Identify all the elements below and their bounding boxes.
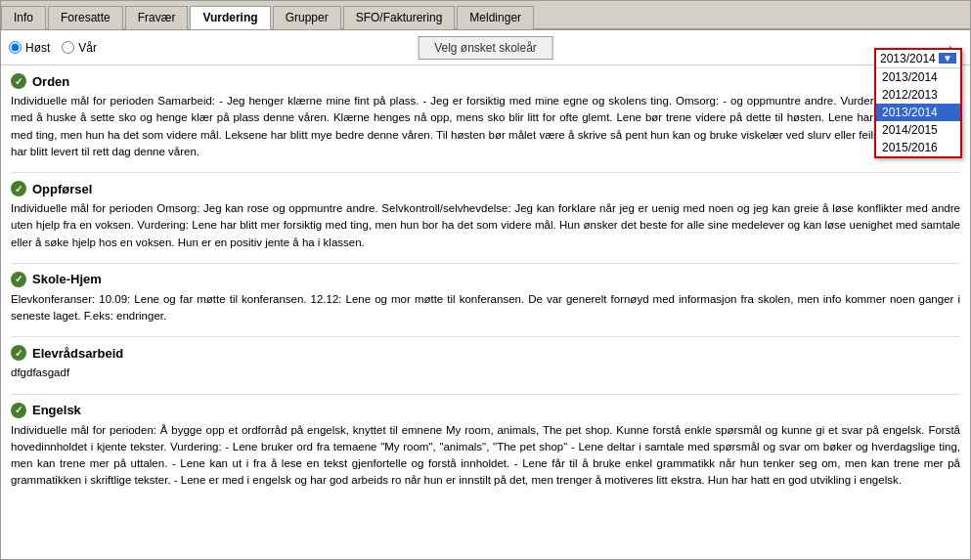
section-engelsk-text: Individuelle mål for perioden: Å bygge o… bbox=[11, 422, 960, 490]
vurdering-content: Høst Vår Velg ønsket skoleår → 2013/2014… bbox=[1, 30, 970, 559]
divider-4 bbox=[11, 394, 960, 395]
section-skole-hjem-title: ✓ Skole-Hjem bbox=[11, 272, 960, 287]
tab-meldinger[interactable]: Meldinger bbox=[457, 6, 534, 29]
check-icon-skole-hjem: ✓ bbox=[11, 272, 26, 287]
divider-1 bbox=[11, 172, 960, 173]
dropdown-option-2014-2015[interactable]: 2014/2015 bbox=[876, 121, 960, 139]
section-engelsk: ✓ Engelsk Individuelle mål for perioden:… bbox=[11, 403, 960, 490]
school-year-prompt: Velg ønsket skoleår bbox=[418, 36, 553, 60]
section-oppforsel: ✓ Oppførsel Individuelle mål for periode… bbox=[11, 181, 960, 251]
top-bar: Høst Vår Velg ønsket skoleår → 2013/2014… bbox=[1, 30, 970, 65]
dropdown-header[interactable]: 2013/2014 ▼ bbox=[876, 50, 960, 68]
var-radio[interactable] bbox=[62, 41, 74, 54]
chevron-down-icon: ▼ bbox=[939, 53, 956, 64]
tab-bar: Info Foresatte Fravær Vurdering Grupper … bbox=[1, 1, 970, 30]
section-elevradsarbeid-text: dfgdfasgadf bbox=[11, 365, 960, 381]
check-icon-orden: ✓ bbox=[11, 73, 26, 89]
content-area[interactable]: ✓ Orden Individuelle mål for perioden Sa… bbox=[1, 65, 970, 559]
check-icon-engelsk: ✓ bbox=[11, 403, 26, 418]
section-orden-title: ✓ Orden bbox=[11, 73, 960, 89]
section-elevradsarbeid: ✓ Elevrådsarbeid dfgdfasgadf bbox=[11, 345, 960, 381]
divider-2 bbox=[11, 263, 960, 264]
host-radio[interactable] bbox=[9, 41, 22, 54]
semester-radio-group: Høst Vår bbox=[9, 41, 97, 55]
tab-sfo-fakturering[interactable]: SFO/Fakturering bbox=[343, 6, 456, 29]
dropdown-option-2012-2013[interactable]: 2012/2013 bbox=[876, 86, 960, 104]
tab-vurdering[interactable]: Vurdering bbox=[190, 6, 270, 29]
dropdown-option-2013-2014-first[interactable]: 2013/2014 bbox=[876, 68, 960, 86]
section-orden-text: Individuelle mål for perioden Samarbeid:… bbox=[11, 93, 960, 160]
tab-foresatte[interactable]: Foresatte bbox=[48, 6, 123, 29]
section-orden: ✓ Orden Individuelle mål for perioden Sa… bbox=[11, 73, 960, 160]
tab-fravar[interactable]: Fravær bbox=[125, 6, 189, 29]
dropdown-option-2013-2014-selected[interactable]: 2013/2014 bbox=[876, 104, 960, 121]
check-icon-elevradsarbeid: ✓ bbox=[11, 345, 26, 361]
host-radio-label[interactable]: Høst bbox=[9, 41, 50, 55]
section-skole-hjem-text: Elevkonferanser: 10.09: Lene og far møtt… bbox=[11, 291, 960, 325]
section-elevradsarbeid-title: ✓ Elevrådsarbeid bbox=[11, 345, 960, 361]
dropdown-list[interactable]: 2013/2014 ▼ 2013/2014 2012/2013 2013/201… bbox=[874, 48, 962, 158]
divider-3 bbox=[11, 336, 960, 337]
section-skole-hjem: ✓ Skole-Hjem Elevkonferanser: 10.09: Len… bbox=[11, 272, 960, 325]
section-oppforsel-title: ✓ Oppførsel bbox=[11, 181, 960, 196]
tab-grupper[interactable]: Grupper bbox=[273, 6, 341, 29]
check-icon-oppforsel: ✓ bbox=[11, 181, 26, 196]
var-label: Vår bbox=[78, 41, 97, 55]
section-oppforsel-text: Individuelle mål for perioden Omsorg: Je… bbox=[11, 200, 960, 251]
main-window: Info Foresatte Fravær Vurdering Grupper … bbox=[0, 0, 971, 560]
host-label: Høst bbox=[25, 41, 50, 55]
dropdown-container: → 2013/2014 ▼ 2013/2014 2012/2013 2013/2… bbox=[937, 36, 962, 59]
dropdown-option-2015-2016[interactable]: 2015/2016 bbox=[876, 139, 960, 156]
dropdown-current-value: 2013/2014 bbox=[880, 52, 936, 65]
var-radio-label[interactable]: Vår bbox=[62, 41, 97, 55]
tab-info[interactable]: Info bbox=[1, 6, 46, 29]
section-engelsk-title: ✓ Engelsk bbox=[11, 403, 960, 418]
